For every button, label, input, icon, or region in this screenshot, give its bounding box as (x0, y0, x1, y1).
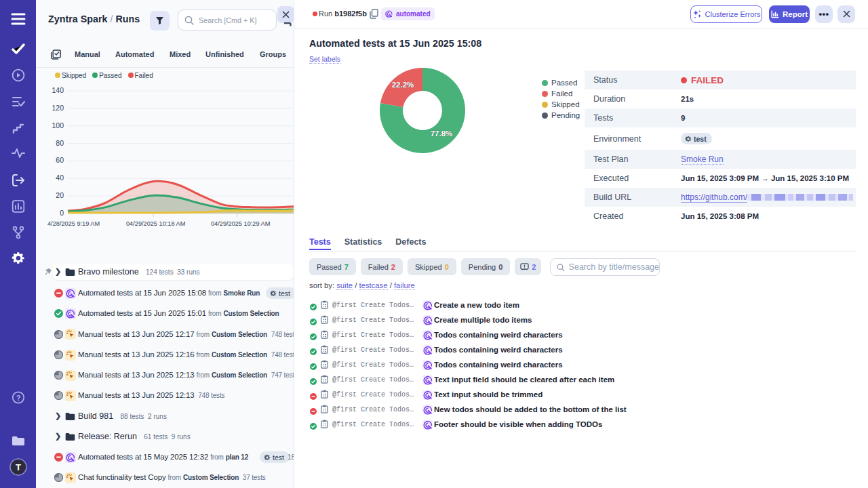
svg-text:77.8%: 77.8% (431, 129, 453, 138)
svg-text:22.2%: 22.2% (392, 81, 414, 89)
svg-text:T: T (16, 462, 21, 472)
svg-text:?: ? (16, 394, 20, 402)
